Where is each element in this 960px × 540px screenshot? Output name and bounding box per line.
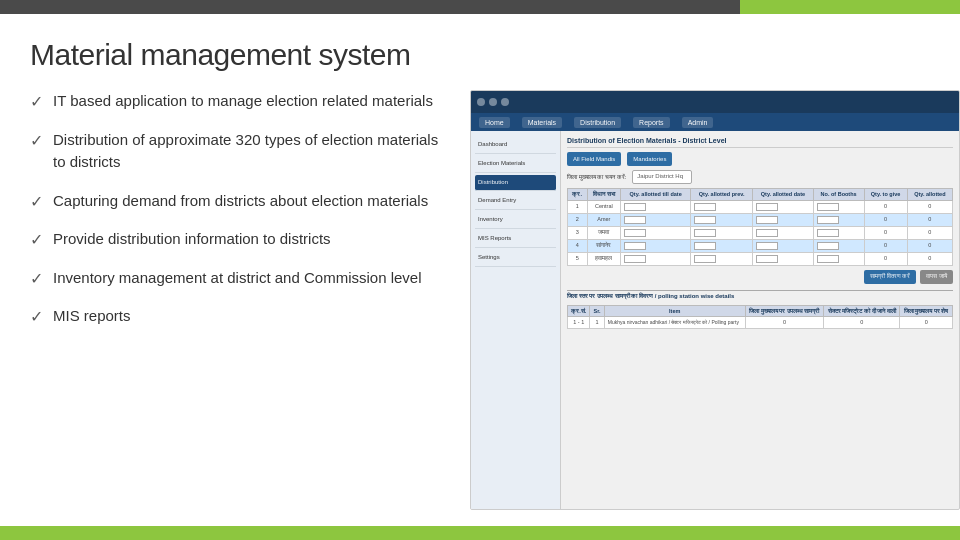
app-nav-reports[interactable]: Reports [633,117,670,128]
cell-district: जमवा [587,226,621,239]
app-nav-admin[interactable]: Admin [682,117,714,128]
app-nav-materials[interactable]: Materials [522,117,562,128]
input-v2[interactable] [694,216,716,224]
input-v1[interactable] [624,242,646,250]
sub-col-sector: सेक्टर मजिस्ट्रेट को दी जाने वाली [824,305,900,317]
cell-sr: 1 [568,200,588,213]
col-qty1: Qty. allotted till date [621,189,691,201]
cell-v5: 0 [864,200,907,213]
sidebar-settings[interactable]: Settings [475,250,556,267]
cell-v5: 0 [864,252,907,265]
left-panel: ✓ IT based application to manage electio… [30,90,450,510]
cell-v2 [691,252,753,265]
bullet-text-5: Inventory management at district and Com… [53,267,422,290]
sub-col-item: Item [604,305,745,317]
bullet-text-2: Distribution of approximate 320 types of… [53,129,450,174]
bullet-item-2: ✓ Distribution of approximate 320 types … [30,129,450,174]
cell-v3 [753,213,813,226]
bullet-item-3: ✓ Capturing demand from districts about … [30,190,450,213]
app-nav-distribution[interactable]: Distribution [574,117,621,128]
col-booths: No. of Booths [813,189,864,201]
input-v3[interactable] [756,242,778,250]
sidebar-demand[interactable]: Demand Entry [475,193,556,210]
input-v2[interactable] [694,242,716,250]
input-v4[interactable] [817,255,839,263]
sidebar-election-materials[interactable]: Election Materials [475,156,556,173]
bullet-item-5: ✓ Inventory management at district and C… [30,267,450,290]
input-v1[interactable] [624,203,646,211]
sidebar-inventory[interactable]: Inventory [475,212,556,229]
input-v1[interactable] [624,216,646,224]
input-v3[interactable] [756,255,778,263]
app-nav-home[interactable]: Home [479,117,510,128]
sidebar-dashboard[interactable]: Dashboard [475,137,556,154]
sidebar-distribution[interactable]: Distribution [475,175,556,192]
sidebar-mis[interactable]: MIS Reports [475,231,556,248]
cell-v2 [691,213,753,226]
app-all-field-btn[interactable]: All Field Mandis [567,152,621,166]
cell-v1 [621,213,691,226]
sub-col-sr: क्र.सं. [568,305,590,317]
input-v1[interactable] [624,229,646,237]
bullet-text-4: Provide distribution information to dist… [53,228,331,251]
cell-sr: 5 [568,252,588,265]
sub-cell-sector: 0 [824,317,900,329]
sub-cell-sr2: 1 [590,317,604,329]
cell-v4 [813,239,864,252]
app-dot-1 [477,98,485,106]
cell-v5: 0 [864,213,907,226]
cell-v3 [753,239,813,252]
sub-col-avail: जिला मुख्यालय पर उपलब्ध सामग्री [745,305,824,317]
input-v1[interactable] [624,255,646,263]
app-filter-row: All Field Mandis Mandatories [567,152,953,166]
reset-btn[interactable]: वापस जायें [920,270,953,284]
input-v2[interactable] [694,229,716,237]
sub-col-sr2: Sr. [590,305,604,317]
cell-v1 [621,252,691,265]
table-row: 3 जमवा 0 0 [568,226,953,239]
cell-v4 [813,252,864,265]
app-mandatories-btn[interactable]: Mandatories [627,152,672,166]
input-v2[interactable] [694,255,716,263]
cell-v2 [691,200,753,213]
subtable-row: 1 - 1 1 Mukhya nirvachan adhikari / सेक्… [568,317,953,329]
app-main-content: Distribution of Election Materials - Dis… [561,131,959,509]
input-v4[interactable] [817,229,839,237]
sub-col-remain: जिला मुख्यालय पर शेष [900,305,953,317]
input-v4[interactable] [817,242,839,250]
cell-v4 [813,213,864,226]
cell-v3 [753,226,813,239]
accent-bar [740,0,960,14]
input-v2[interactable] [694,203,716,211]
input-v3[interactable] [756,229,778,237]
cell-sr: 3 [568,226,588,239]
right-panel: Home Materials Distribution Reports Admi… [470,90,960,510]
input-v3[interactable] [756,216,778,224]
cell-v6: 0 [907,239,952,252]
top-bar [0,0,960,14]
cell-district: हवामहल [587,252,621,265]
checkmark-icon-2: ✓ [30,131,43,150]
checkmark-icon-5: ✓ [30,269,43,288]
app-sidebar: Dashboard Election Materials Distributio… [471,131,561,509]
cell-v1 [621,200,691,213]
table-row: 4 सांगानेर 0 0 [568,239,953,252]
app-dot-3 [501,98,509,106]
app-top-bar [471,91,959,113]
cell-v5: 0 [864,239,907,252]
app-screenshot: Home Materials Distribution Reports Admi… [470,90,960,510]
col-allot: Qty. allotted [907,189,952,201]
cell-v6: 0 [907,226,952,239]
district-select[interactable]: Jaipur District Hq [632,170,692,184]
save-btn[interactable]: सामग्री वितरण करें [864,270,916,284]
input-v3[interactable] [756,203,778,211]
cell-district: Amer [587,213,621,226]
input-v4[interactable] [817,203,839,211]
subtable-header: जिला स्तर पर उपलब्ध सामग्री का विवरण / p… [567,290,953,302]
col-qty2: Qty. allotted prev. [691,189,753,201]
cell-v3 [753,252,813,265]
checkmark-icon-6: ✓ [30,307,43,326]
col-district: विधान सभा [587,189,621,201]
bullet-text-1: IT based application to manage election … [53,90,433,113]
input-v4[interactable] [817,216,839,224]
